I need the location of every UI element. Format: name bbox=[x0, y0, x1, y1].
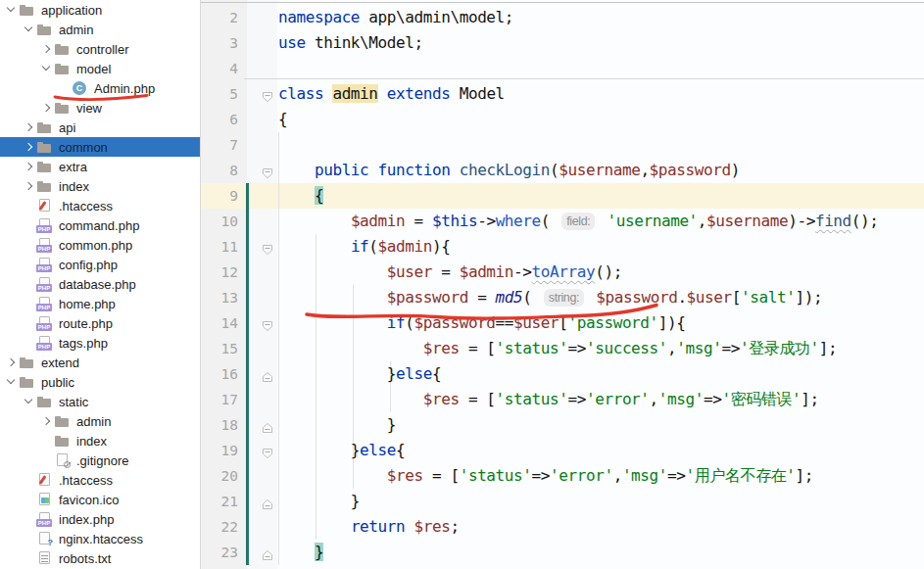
code-line[interactable]: $admin = $this->where( field: 'username'… bbox=[201, 209, 924, 234]
fold-end-icon[interactable] bbox=[262, 419, 273, 431]
tree-item[interactable]: static bbox=[0, 392, 200, 411]
chevron-down-icon[interactable] bbox=[22, 23, 36, 36]
tree-item-label: api bbox=[58, 120, 75, 135]
fold-collapse-icon[interactable] bbox=[262, 88, 273, 100]
tree-item[interactable]: .htaccess bbox=[0, 196, 200, 215]
folder-icon bbox=[19, 374, 36, 390]
fold-end-icon[interactable] bbox=[262, 496, 273, 507]
code-editor[interactable]: 2namespace app\admin\model;3use think\Mo… bbox=[201, 0, 924, 569]
chevron-right-icon[interactable] bbox=[39, 414, 54, 428]
tree-item[interactable]: application bbox=[0, 0, 200, 20]
param-hint: field: bbox=[561, 213, 595, 230]
code-line[interactable] bbox=[201, 56, 924, 81]
fold-collapse-icon[interactable] bbox=[262, 317, 273, 329]
tree-item[interactable]: public bbox=[0, 372, 200, 392]
code-line[interactable]: $res = ['status'=>'success','msg'=>'登录成功… bbox=[201, 336, 924, 361]
code-line[interactable]: { bbox=[201, 183, 924, 209]
fold-end-icon[interactable] bbox=[262, 546, 273, 558]
code-line[interactable]: } bbox=[201, 489, 924, 514]
tree-item-label: extra bbox=[58, 160, 87, 174]
code-line[interactable]: $password = md5( string: $password.$user… bbox=[201, 285, 924, 310]
question-icon: ? bbox=[36, 531, 54, 546]
code-line[interactable]: }else{ bbox=[201, 438, 924, 463]
code-line[interactable]: $res = ['status'=>'error','msg'=>'密码错误']… bbox=[201, 387, 924, 412]
folder-icon bbox=[54, 433, 72, 449]
tree-item[interactable]: CAdmin.php bbox=[0, 78, 200, 98]
code-line[interactable]: class admin extends Model bbox=[201, 81, 924, 107]
code-token bbox=[278, 212, 351, 230]
tree-item[interactable]: .htaccess bbox=[0, 470, 200, 490]
fold-end-icon[interactable] bbox=[262, 368, 273, 380]
tree-item[interactable]: robots.txt bbox=[0, 548, 200, 568]
code-line[interactable]: } bbox=[201, 412, 924, 438]
tree-item[interactable]: admin bbox=[0, 411, 200, 431]
tree-item[interactable]: PHPhome.php bbox=[0, 294, 200, 313]
code-token: , bbox=[640, 161, 649, 179]
code-line[interactable]: public function checkLogin($username,$pa… bbox=[201, 158, 924, 183]
code-line[interactable]: return $res; bbox=[201, 514, 924, 540]
code-token: md5 bbox=[496, 288, 523, 307]
code-line[interactable]: if($password==$user['password']){ bbox=[201, 310, 924, 336]
fold-collapse-icon[interactable] bbox=[262, 165, 273, 176]
tree-item[interactable]: extra bbox=[0, 157, 200, 176]
code-token: else bbox=[396, 364, 432, 383]
chevron-down-icon[interactable] bbox=[39, 62, 54, 75]
fold-collapse-icon[interactable] bbox=[262, 241, 273, 253]
tree-item[interactable]: api bbox=[0, 118, 200, 137]
chevron-right-icon[interactable] bbox=[22, 140, 36, 154]
code-token: } bbox=[278, 492, 360, 510]
chevron-down-icon[interactable] bbox=[22, 395, 36, 408]
fold-collapse-icon[interactable] bbox=[262, 445, 273, 456]
folder-icon bbox=[19, 355, 36, 370]
code-line[interactable]: use think\Model; bbox=[201, 30, 924, 56]
tree-item[interactable]: PHPindex.php bbox=[0, 509, 200, 529]
code-line[interactable]: } bbox=[201, 540, 924, 565]
tree-item-label: common bbox=[58, 140, 108, 155]
tree-item[interactable]: view bbox=[0, 98, 200, 118]
tree-item[interactable]: PHProute.php bbox=[0, 313, 200, 333]
code-token: '登录成功' bbox=[740, 339, 819, 357]
code-token bbox=[278, 288, 387, 307]
chevron-right-icon[interactable] bbox=[22, 179, 36, 193]
tree-item[interactable]: controller bbox=[0, 39, 200, 59]
tree-item[interactable]: extend bbox=[0, 353, 200, 372]
tree-item[interactable]: PHPtags.php bbox=[0, 333, 200, 353]
tree-item[interactable]: favicon.ico bbox=[0, 490, 200, 509]
tree-item-label: .htaccess bbox=[58, 199, 113, 213]
php-badge: PHP bbox=[36, 264, 52, 272]
tree-item[interactable]: PHPcommon.php bbox=[0, 235, 200, 255]
code-line[interactable]: $user = $admin->toArray(); bbox=[201, 260, 924, 285]
code-token: $admin bbox=[460, 262, 513, 281]
chevron-right-icon[interactable] bbox=[39, 101, 54, 115]
code-token: toArray bbox=[532, 262, 596, 281]
tree-item[interactable]: .gitignore bbox=[0, 450, 200, 470]
tree-item[interactable]: admin bbox=[0, 20, 200, 39]
code-line[interactable]: if($admin){ bbox=[201, 234, 924, 260]
code-line[interactable] bbox=[201, 132, 924, 158]
php-icon: PHP bbox=[36, 237, 54, 253]
code-token: ; bbox=[450, 517, 459, 536]
chevron-right-icon[interactable] bbox=[39, 42, 54, 56]
tree-item[interactable]: PHPconfig.php bbox=[0, 255, 200, 274]
code-line[interactable]: namespace app\admin\model; bbox=[201, 5, 924, 30]
tree-item[interactable]: index bbox=[0, 431, 200, 450]
tree-item-label: tags.php bbox=[58, 336, 108, 351]
ignore-mark bbox=[64, 461, 71, 468]
chevron-right-icon[interactable] bbox=[22, 160, 36, 173]
no-chevron bbox=[22, 512, 36, 526]
tree-item[interactable]: index bbox=[0, 176, 200, 196]
code-line[interactable]: { bbox=[201, 107, 924, 132]
code-token: class bbox=[278, 84, 323, 103]
chevron-right-icon[interactable] bbox=[4, 356, 19, 369]
tree-item[interactable]: PHPcommand.php bbox=[0, 215, 200, 235]
chevron-down-icon[interactable] bbox=[4, 375, 19, 389]
tree-item[interactable]: ?nginx.htaccess bbox=[0, 529, 200, 548]
tree-item[interactable]: common bbox=[0, 137, 200, 157]
question-mark: ? bbox=[48, 538, 54, 547]
tree-item[interactable]: model bbox=[0, 59, 200, 78]
tree-item[interactable]: PHPdatabase.php bbox=[0, 274, 200, 294]
code-line[interactable]: $res = ['status'=>'error','msg'=>'用户名不存在… bbox=[201, 463, 924, 489]
chevron-right-icon[interactable] bbox=[22, 120, 36, 134]
code-line[interactable]: }else{ bbox=[201, 361, 924, 387]
chevron-down-icon[interactable] bbox=[4, 3, 19, 17]
